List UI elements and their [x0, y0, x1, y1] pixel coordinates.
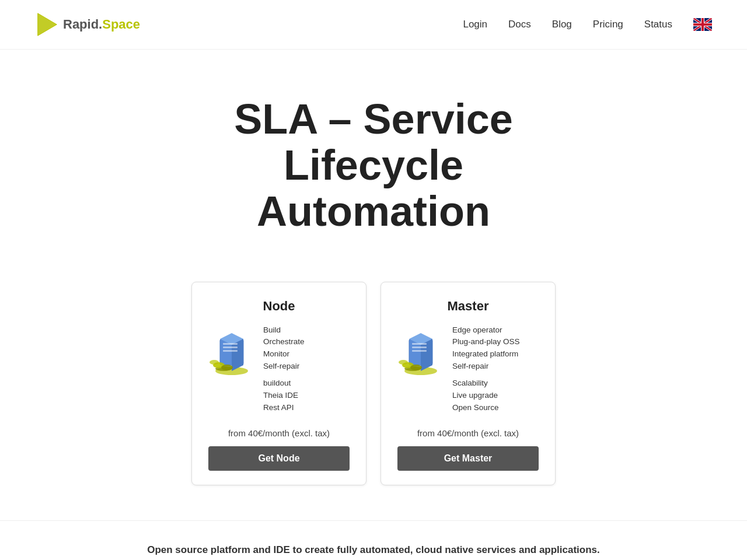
logo[interactable]: Rapid.Space: [35, 10, 140, 38]
master-card-title: Master: [397, 299, 539, 314]
svg-point-33: [410, 365, 422, 370]
svg-rect-30: [412, 346, 427, 348]
svg-rect-18: [223, 346, 238, 348]
logo-icon: [35, 10, 60, 38]
logo-text: Rapid.Space: [63, 17, 140, 32]
node-card: Node: [191, 282, 366, 485]
site-header: Rapid.Space Login Docs Blog Pricing Stat…: [0, 0, 747, 50]
pricing-cards: Node: [0, 270, 747, 520]
master-card-content: Edge operator Plug-and-play OSS Integrat…: [397, 324, 539, 419]
nav-docs[interactable]: Docs: [508, 19, 531, 30]
tagline: Open source platform and IDE to create f…: [70, 544, 677, 556]
language-flag[interactable]: [693, 18, 712, 31]
main-nav: Login Docs Blog Pricing Status: [463, 18, 712, 31]
node-card-features: Build Orchestrate Monitor Self-repair bu…: [263, 324, 305, 419]
svg-point-34: [399, 360, 408, 365]
master-server-image: [397, 324, 444, 377]
svg-rect-31: [412, 350, 427, 352]
master-card-features: Edge operator Plug-and-play OSS Integrat…: [452, 324, 520, 419]
svg-rect-10: [693, 23, 712, 26]
svg-rect-17: [223, 343, 238, 345]
nav-login[interactable]: Login: [463, 19, 487, 30]
svg-rect-29: [412, 343, 427, 345]
hero-title: SLA – Service Lifecycle Automation: [140, 96, 607, 235]
master-card-price: from 40€/month (excl. tax): [397, 428, 539, 438]
master-card: Master Edge operator Plug-and-: [381, 282, 556, 485]
get-master-button[interactable]: Get Master: [397, 446, 539, 471]
svg-rect-19: [223, 350, 238, 352]
node-card-content: Build Orchestrate Monitor Self-repair bu…: [208, 324, 350, 419]
get-node-button[interactable]: Get Node: [208, 446, 350, 471]
nav-pricing[interactable]: Pricing: [593, 19, 623, 30]
hero-section: SLA – Service Lifecycle Automation: [0, 50, 747, 270]
node-server-image: [208, 324, 255, 377]
svg-point-21: [221, 365, 233, 370]
nav-blog[interactable]: Blog: [552, 19, 572, 30]
svg-marker-0: [38, 13, 57, 36]
node-card-price: from 40€/month (excl. tax): [208, 428, 350, 438]
node-card-title: Node: [208, 299, 350, 314]
bottom-section: Open source platform and IDE to create f…: [0, 520, 747, 560]
svg-point-22: [210, 360, 219, 365]
nav-status[interactable]: Status: [644, 19, 672, 30]
